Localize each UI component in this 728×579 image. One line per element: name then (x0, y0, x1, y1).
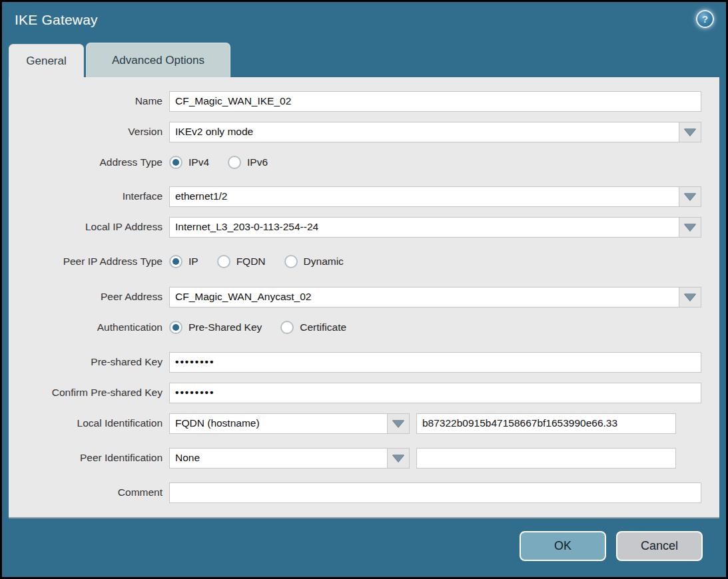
chevron-down-icon (684, 293, 696, 301)
auth-psk-option[interactable]: Pre-Shared Key (169, 321, 262, 334)
local-id-value-input[interactable] (416, 413, 676, 434)
address-type-ipv4-label: IPv4 (188, 156, 209, 168)
local-id-dropdown-button[interactable] (388, 413, 410, 434)
local-id-row: Local Identification (9, 413, 719, 434)
cancel-button[interactable]: Cancel (616, 531, 703, 561)
name-row: Name (9, 91, 719, 112)
tab-advanced-options[interactable]: Advanced Options (86, 43, 230, 77)
peer-id-row: Peer Identification (9, 447, 719, 469)
peer-type-dynamic-option[interactable]: Dynamic (284, 255, 344, 268)
psk-row: Pre-shared Key (9, 351, 719, 373)
version-select-value[interactable] (169, 122, 679, 142)
title-bar: IKE Gateway ? (2, 2, 726, 42)
comment-row: Comment (9, 482, 719, 503)
version-dropdown-button[interactable] (679, 122, 701, 142)
peer-ip-type-row: Peer IP Address Type IP FQDN Dynamic (9, 251, 719, 272)
radio-unselected-icon[interactable] (217, 255, 230, 268)
tab-advanced-options-label: Advanced Options (112, 54, 204, 67)
dialog-surface: IKE Gateway ? General Advanced Options N… (2, 2, 726, 577)
version-row: Version (9, 121, 719, 142)
comment-input[interactable] (169, 482, 701, 503)
peer-type-ip-option[interactable]: IP (169, 255, 198, 268)
chevron-down-icon (392, 420, 404, 427)
peer-address-label: Peer Address (9, 291, 169, 303)
peer-id-label: Peer Identification (9, 452, 169, 464)
confirm-psk-label: Confirm Pre-shared Key (9, 387, 169, 399)
chevron-down-icon (684, 224, 696, 231)
peer-id-value-input[interactable] (416, 448, 676, 469)
peer-id-dropdown-button[interactable] (388, 448, 410, 469)
peer-type-fqdn-label: FQDN (236, 256, 266, 268)
local-ip-select-value[interactable] (169, 217, 679, 238)
general-tab-panel: Name Version Address Type IPv4 (9, 77, 719, 518)
name-label: Name (9, 95, 169, 107)
peer-address-dropdown-button[interactable] (679, 287, 701, 307)
tab-general-label: General (26, 55, 66, 68)
radio-unselected-icon[interactable] (284, 255, 298, 268)
interface-row: Interface (9, 186, 719, 207)
chevron-down-icon (392, 455, 404, 462)
peer-address-row: Peer Address (9, 286, 719, 307)
address-type-label: Address Type (9, 156, 169, 168)
address-type-ipv6-option[interactable]: IPv6 (228, 156, 268, 169)
auth-psk-label: Pre-Shared Key (188, 321, 262, 333)
help-icon[interactable]: ? (696, 10, 714, 28)
dialog-title: IKE Gateway (15, 12, 98, 28)
local-id-label: Local Identification (9, 417, 169, 429)
confirm-psk-input[interactable] (169, 383, 701, 403)
radio-unselected-icon[interactable] (228, 156, 241, 169)
radio-selected-icon[interactable] (169, 156, 182, 169)
ike-gateway-dialog: IKE Gateway ? General Advanced Options N… (0, 0, 728, 579)
address-type-ipv4-option[interactable]: IPv4 (169, 156, 209, 169)
psk-label: Pre-shared Key (9, 356, 169, 368)
ok-button[interactable]: OK (520, 531, 606, 561)
version-label: Version (9, 126, 169, 138)
radio-selected-icon[interactable] (169, 255, 182, 268)
comment-label: Comment (9, 486, 169, 498)
radio-selected-icon[interactable] (169, 321, 182, 334)
interface-select-value[interactable] (169, 186, 679, 207)
authentication-row: Authentication Pre-Shared Key Certificat… (9, 317, 719, 338)
chevron-down-icon (684, 128, 696, 136)
chevron-down-icon (684, 193, 696, 200)
interface-label: Interface (9, 190, 169, 202)
peer-type-fqdn-option[interactable]: FQDN (217, 255, 266, 268)
local-id-type-select[interactable] (169, 413, 388, 434)
confirm-psk-row: Confirm Pre-shared Key (9, 382, 719, 403)
peer-ip-type-label: Peer IP Address Type (9, 256, 169, 268)
auth-certificate-label: Certificate (300, 321, 346, 333)
local-ip-label: Local IP Address (9, 221, 169, 233)
help-glyph: ? (702, 14, 708, 24)
peer-type-dynamic-label: Dynamic (304, 256, 344, 268)
peer-id-type-select[interactable] (169, 448, 388, 469)
interface-dropdown-button[interactable] (679, 186, 701, 207)
address-type-row: Address Type IPv4 IPv6 (9, 152, 719, 173)
local-ip-row: Local IP Address (9, 216, 719, 238)
auth-certificate-option[interactable]: Certificate (280, 321, 346, 334)
tab-general[interactable]: General (9, 44, 84, 77)
psk-input[interactable] (169, 352, 701, 373)
local-ip-dropdown-button[interactable] (679, 217, 701, 238)
peer-type-ip-label: IP (188, 256, 198, 268)
address-type-ipv6-label: IPv6 (247, 156, 268, 168)
name-input[interactable] (169, 91, 701, 112)
peer-address-select-value[interactable] (169, 287, 679, 307)
radio-unselected-icon[interactable] (280, 321, 294, 334)
authentication-label: Authentication (9, 321, 169, 333)
